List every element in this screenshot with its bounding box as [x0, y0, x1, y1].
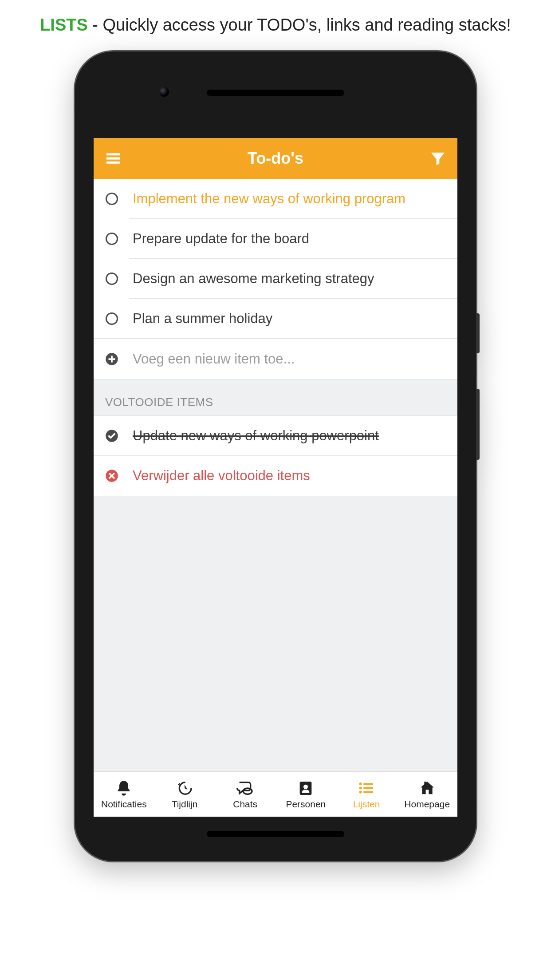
promo-highlight: LISTS [40, 16, 88, 34]
delete-completed-button[interactable]: Verwijder alle voltooide items [94, 456, 457, 496]
tab-label: Notificaties [101, 799, 147, 810]
completed-row[interactable]: Update new ways of working powerpoint [94, 416, 457, 456]
todo-row[interactable]: Design an awesome marketing strategy [94, 259, 457, 299]
tab-chats[interactable]: Chats [215, 772, 276, 817]
add-item-placeholder: Voeg een nieuw item toe... [133, 351, 295, 367]
add-item-row[interactable]: Voeg een nieuw item toe... [94, 339, 457, 379]
notifications-icon [115, 779, 133, 797]
tab-notifications[interactable]: Notificaties [94, 772, 154, 817]
delete-completed-label: Verwijder alle voltooide items [133, 468, 310, 484]
people-icon [297, 779, 315, 797]
svg-point-12 [359, 790, 362, 793]
todo-row[interactable]: Implement the new ways of working progra… [94, 179, 457, 219]
checked-circle-icon[interactable] [105, 429, 118, 443]
svg-point-1 [106, 233, 118, 245]
promo-banner: LISTS - Quickly access your TODO's, link… [0, 0, 551, 50]
tab-label: Lijsten [353, 799, 380, 810]
completed-list: Update new ways of working powerpoint [94, 415, 457, 456]
phone-side-button [476, 389, 480, 460]
completed-label: Update new ways of working powerpoint [133, 428, 379, 444]
app-bar: To-do's [94, 138, 457, 179]
phone-side-button [476, 313, 480, 353]
chats-icon [236, 779, 254, 797]
phone-camera [159, 87, 169, 97]
todo-row[interactable]: Plan a summer holiday [94, 299, 457, 339]
unchecked-circle-icon[interactable] [105, 232, 118, 245]
tab-people[interactable]: Personen [276, 772, 336, 817]
filter-icon [429, 150, 447, 167]
svg-point-7 [243, 788, 252, 794]
page-title: To-do's [122, 149, 429, 168]
svg-point-2 [106, 273, 118, 285]
promo-rest: - Quickly access your TODO's, links and … [88, 16, 511, 34]
hamburger-icon [104, 150, 122, 167]
todo-label: Implement the new ways of working progra… [133, 191, 405, 207]
homepage-icon [418, 779, 436, 797]
unchecked-circle-icon[interactable] [105, 272, 118, 285]
todo-row[interactable]: Prepare update for the board [94, 219, 457, 259]
timeline-icon [176, 779, 193, 797]
todo-label: Plan a summer holiday [133, 311, 272, 327]
unchecked-circle-icon[interactable] [105, 312, 118, 325]
unchecked-circle-icon[interactable] [105, 192, 118, 205]
todo-label: Prepare update for the board [133, 231, 309, 247]
svg-point-9 [303, 784, 308, 789]
tab-label: Personen [286, 799, 326, 810]
svg-point-3 [106, 313, 118, 324]
open-todos-list: Implement the new ways of working progra… [94, 179, 457, 339]
bottom-tab-bar: NotificatiesTijdlijnChatsPersonenLijsten… [94, 771, 457, 817]
tab-label: Homepage [404, 799, 450, 810]
svg-point-11 [359, 786, 362, 789]
tab-label: Tijdlijn [172, 799, 198, 810]
tab-label: Chats [233, 799, 257, 810]
x-circle-icon [105, 469, 118, 482]
tab-homepage[interactable]: Homepage [397, 772, 457, 817]
plus-circle-icon [105, 352, 118, 366]
filter-button[interactable] [429, 150, 447, 167]
todo-label: Design an awesome marketing strategy [133, 271, 374, 287]
lists-icon [358, 779, 375, 797]
tab-timeline[interactable]: Tijdlijn [154, 772, 215, 817]
completed-section-header: VOLTOOIDE ITEMS [94, 379, 457, 415]
svg-point-10 [359, 782, 362, 785]
phone-frame: To-do's Implement the new ways of workin… [74, 50, 477, 862]
menu-button[interactable] [104, 150, 122, 167]
svg-point-0 [106, 194, 118, 205]
tab-lists[interactable]: Lijsten [336, 772, 397, 817]
